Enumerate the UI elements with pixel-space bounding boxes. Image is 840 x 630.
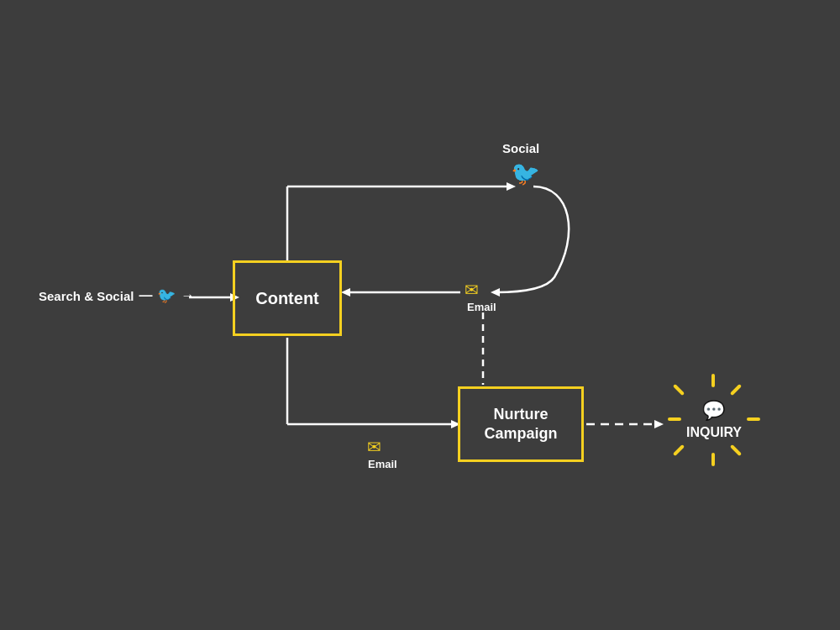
diagram-svg <box>0 0 840 630</box>
search-social-text: Search & Social <box>39 289 134 303</box>
svg-marker-7 <box>341 288 350 297</box>
content-box-label: Content <box>255 289 319 308</box>
svg-rect-21 <box>673 444 685 456</box>
nurture-campaign-label: NurtureCampaign <box>484 405 557 444</box>
inquiry-starburst: 💬 INQUIRY <box>664 370 764 470</box>
svg-rect-20 <box>730 444 742 456</box>
svg-rect-18 <box>730 384 742 396</box>
dash-icon: — <box>139 288 152 303</box>
svg-rect-16 <box>668 417 681 421</box>
svg-rect-19 <box>673 384 685 396</box>
email-top-label: Email <box>467 301 496 313</box>
svg-rect-15 <box>711 453 715 466</box>
content-box: Content <box>233 260 342 336</box>
email-top-icon: ✉ <box>465 280 479 300</box>
svg-marker-5 <box>491 288 500 297</box>
twitter-icon-social: 🐦 <box>511 160 540 187</box>
inquiry-label: INQUIRY <box>686 425 742 440</box>
search-social-label: Search & Social — 🐦 → <box>39 286 194 305</box>
social-label: Social <box>502 141 539 155</box>
inquiry-container: 💬 INQUIRY <box>664 370 764 470</box>
svg-rect-14 <box>711 374 715 387</box>
nurture-campaign-box: NurtureCampaign <box>458 386 584 462</box>
email-bottom-icon: ✉ <box>367 437 381 457</box>
chat-icon: 💬 <box>702 400 725 422</box>
diagram-container: Search & Social — 🐦 → Social 🐦 Content ✉… <box>0 0 840 630</box>
svg-rect-17 <box>747 417 760 421</box>
arrow-right-icon: → <box>181 288 194 303</box>
twitter-icon-search: 🐦 <box>157 286 176 305</box>
email-bottom-label: Email <box>368 458 397 470</box>
svg-marker-13 <box>654 420 664 428</box>
